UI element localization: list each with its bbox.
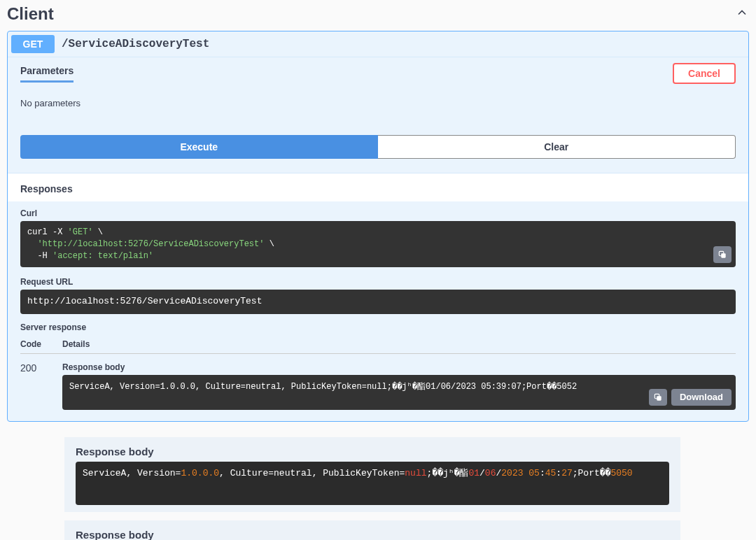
response-body-panel: Response body ServiceA, Version=1.0.0.0,… [64, 520, 680, 540]
client-title: Client [7, 4, 54, 24]
server-response-label: Server response [20, 322, 736, 332]
operation-summary[interactable]: GET /ServiceADiscoveryTest [8, 31, 748, 57]
endpoint-path: /ServiceADiscoveryTest [62, 38, 209, 50]
curl-code: curl -X 'GET' \ 'http://localhost:5276/S… [20, 221, 736, 267]
curl-label: Curl [20, 208, 736, 218]
request-url-label: Request URL [20, 277, 736, 287]
client-section-toggle[interactable]: Client [0, 0, 756, 28]
response-body-label: Response body [76, 529, 669, 540]
response-body-label: Response body [62, 362, 736, 372]
cancel-button[interactable]: Cancel [673, 63, 736, 84]
http-method-badge: GET [11, 35, 55, 53]
no-parameters-text: No parameters [8, 90, 748, 125]
clear-button[interactable]: Clear [378, 135, 736, 159]
responses-heading: Responses [8, 173, 748, 201]
operation-block: GET /ServiceADiscoveryTest Parameters Ca… [7, 31, 749, 422]
request-url-value: http://localhost:5276/ServiceADiscoveryT… [20, 290, 736, 313]
details-column-header: Details [62, 339, 736, 349]
copy-curl-button[interactable] [713, 246, 732, 263]
response-body-panel: Response body ServiceA, Version=1.0.0.0,… [64, 437, 680, 512]
status-code: 200 [20, 362, 62, 410]
response-body-content: ServiceA, Version=1.0.0.0, Culture=neutr… [76, 462, 669, 505]
download-button[interactable]: Download [671, 389, 732, 406]
chevron-up-icon [735, 4, 749, 24]
response-body-content: ServiceA, Version=1.0.0.0, Culture=neutr… [62, 375, 736, 410]
response-row: 200 Response body ServiceA, Version=1.0.… [20, 354, 736, 410]
copy-response-button[interactable] [649, 389, 667, 406]
code-column-header: Code [20, 339, 62, 349]
response-body-label: Response body [76, 446, 669, 457]
parameters-tab[interactable]: Parameters [20, 65, 74, 83]
execute-button[interactable]: Execute [20, 135, 378, 159]
